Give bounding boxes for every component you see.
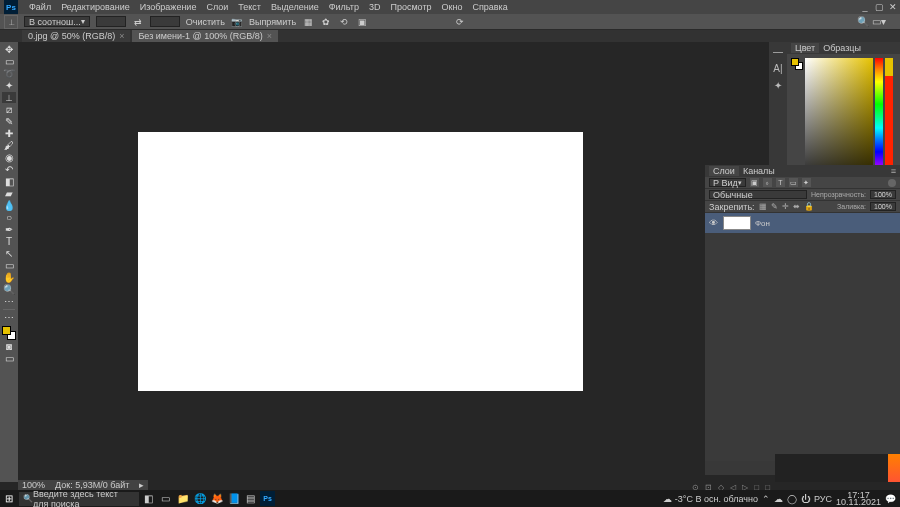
canvas[interactable] xyxy=(138,132,583,391)
taskbar-app-icon[interactable]: 📘 xyxy=(226,491,241,506)
lasso-tool[interactable]: ➰ xyxy=(2,68,16,79)
onedrive-icon[interactable]: ☁ xyxy=(774,494,783,504)
heal-tool[interactable]: ✚ xyxy=(2,128,16,139)
start-button[interactable]: ⊞ xyxy=(0,490,17,507)
lock-pixels-icon[interactable]: ▦ xyxy=(759,202,767,211)
taskbar-app-icon[interactable]: ▤ xyxy=(243,491,258,506)
tab-layers[interactable]: Слои xyxy=(709,166,739,176)
taskbar-app-icon[interactable]: ▭ xyxy=(158,491,173,506)
tab-close-icon[interactable]: × xyxy=(119,31,124,41)
layers-menu-icon[interactable]: ≡ xyxy=(891,166,900,176)
filter-toggle[interactable] xyxy=(888,179,896,187)
straighten-button[interactable]: Выпрямить xyxy=(249,17,296,27)
menu-3d[interactable]: 3D xyxy=(364,2,386,12)
filter-smart-icon[interactable]: ✦ xyxy=(802,178,811,187)
screenmode-tool[interactable]: ▭ xyxy=(2,353,16,364)
menu-help[interactable]: Справка xyxy=(467,2,512,12)
tab-swatches[interactable]: Образцы xyxy=(819,43,865,53)
crop-height-input[interactable] xyxy=(150,16,180,27)
shape-tool[interactable]: ▭ xyxy=(2,260,16,271)
type-tool[interactable]: T xyxy=(2,236,16,247)
search-icon[interactable]: 🔍 ▭▾ xyxy=(857,16,886,27)
pen-tool[interactable]: ✒ xyxy=(2,224,16,235)
layer-name[interactable]: Фон xyxy=(755,219,770,228)
wand-tool[interactable]: ✦ xyxy=(2,80,16,91)
stamp-tool[interactable]: ◉ xyxy=(2,152,16,163)
tab-channels[interactable]: Каналы xyxy=(739,166,779,176)
weather-widget[interactable]: ☁ -3°C В осн. облачно xyxy=(663,494,758,504)
close-button[interactable]: ✕ xyxy=(886,0,900,14)
straighten-icon[interactable]: 📷 xyxy=(231,16,243,28)
firefox-icon[interactable]: 🦊 xyxy=(209,491,224,506)
menu-select[interactable]: Выделение xyxy=(266,2,324,12)
more-tools[interactable]: ⋯ xyxy=(2,296,16,307)
marquee-tool[interactable]: ▭ xyxy=(2,56,16,67)
blur-tool[interactable]: 💧 xyxy=(2,200,16,211)
photoshop-taskbar-icon[interactable]: Ps xyxy=(260,491,275,506)
filter-type-select[interactable]: Р Вид ▾ xyxy=(709,178,746,187)
foreground-color[interactable] xyxy=(2,326,11,335)
layer-row[interactable]: 👁 Фон xyxy=(705,213,900,233)
lock-paint-icon[interactable]: ✎ xyxy=(771,202,778,211)
menu-filter[interactable]: Фильтр xyxy=(324,2,364,12)
crop-tool[interactable]: ⟂ xyxy=(2,92,16,103)
quickmask-tool[interactable]: ◙ xyxy=(2,341,16,352)
zoom-tool[interactable]: 🔍 xyxy=(2,284,16,295)
swap-icon[interactable]: ⇄ xyxy=(132,16,144,28)
crop-width-input[interactable] xyxy=(96,16,126,27)
opacity-input[interactable]: 100% xyxy=(870,190,896,199)
color-fgbg[interactable] xyxy=(791,58,803,70)
gear-icon[interactable]: ✿ xyxy=(320,16,332,28)
minimize-button[interactable]: _ xyxy=(858,0,872,14)
edit-toolbar[interactable]: ⋯ xyxy=(2,312,16,323)
lock-artboard-icon[interactable]: ⬌ xyxy=(793,202,800,211)
lock-position-icon[interactable]: ✛ xyxy=(782,202,789,211)
blend-mode-select[interactable]: Обычные xyxy=(709,190,807,199)
menu-text[interactable]: Текст xyxy=(233,2,266,12)
eyedropper-tool[interactable]: ✎ xyxy=(2,116,16,127)
hand-tool[interactable]: ✋ xyxy=(2,272,16,283)
update-icon[interactable]: ⟳ xyxy=(454,16,466,28)
tray-icon[interactable]: ◯ xyxy=(787,494,797,504)
tray-icon[interactable]: ⏻ xyxy=(801,494,810,504)
color-fg[interactable] xyxy=(791,58,799,66)
clock[interactable]: 17:17 10.11.2021 xyxy=(836,492,881,506)
lock-all-icon[interactable]: 🔒 xyxy=(804,202,814,211)
clear-button[interactable]: Очистить xyxy=(186,17,225,27)
doc-tab-2[interactable]: Без имени-1 @ 100% (RGB/8)× xyxy=(132,30,278,42)
menu-edit[interactable]: Редактирование xyxy=(56,2,135,12)
layer-list[interactable]: 👁 Фон xyxy=(705,213,900,461)
visibility-icon[interactable]: 👁 xyxy=(709,218,719,228)
menu-file[interactable]: Файл xyxy=(24,2,56,12)
explorer-icon[interactable]: 📁 xyxy=(175,491,190,506)
doc-tab-1[interactable]: 0.jpg @ 50% (RGB/8)× xyxy=(22,30,130,42)
filter-text-icon[interactable]: T xyxy=(776,178,785,187)
gradient-tool[interactable]: ▰ xyxy=(2,188,16,199)
filter-adjust-icon[interactable]: ⬨ xyxy=(763,178,772,187)
active-tool-icon[interactable]: ⟂ xyxy=(4,15,18,29)
menu-window[interactable]: Окно xyxy=(437,2,468,12)
filter-shape-icon[interactable]: ▭ xyxy=(789,178,798,187)
tab-color[interactable]: Цвет xyxy=(791,43,819,53)
layer-thumbnail[interactable] xyxy=(723,216,751,230)
grid-icon[interactable]: ▦ xyxy=(302,16,314,28)
lang-indicator[interactable]: РУС xyxy=(814,494,832,504)
tab-close-icon[interactable]: × xyxy=(267,31,272,41)
eraser-tool[interactable]: ◧ xyxy=(2,176,16,187)
menu-image[interactable]: Изображение xyxy=(135,2,202,12)
status-arrow-icon[interactable]: ▸ xyxy=(139,480,144,490)
taskview-icon[interactable]: ◧ xyxy=(141,491,156,506)
char-panel-icon[interactable]: A| xyxy=(773,63,782,74)
history-brush-tool[interactable]: ↶ xyxy=(2,164,16,175)
crop-ratio-select[interactable]: В соотнош... ▾ xyxy=(24,16,90,27)
reset-icon[interactable]: ⟲ xyxy=(338,16,350,28)
contentaware-icon[interactable]: ▣ xyxy=(356,16,368,28)
maximize-button[interactable]: ▢ xyxy=(872,0,886,14)
strip-icon[interactable]: — xyxy=(773,46,783,57)
path-tool[interactable]: ↖ xyxy=(2,248,16,259)
taskbar-search[interactable]: 🔍 Введите здесь текст для поиска xyxy=(19,492,139,506)
fill-input[interactable]: 100% xyxy=(870,202,896,211)
fgbg-colors[interactable] xyxy=(2,326,16,340)
dodge-tool[interactable]: ○ xyxy=(2,212,16,223)
move-tool[interactable]: ✥ xyxy=(2,44,16,55)
